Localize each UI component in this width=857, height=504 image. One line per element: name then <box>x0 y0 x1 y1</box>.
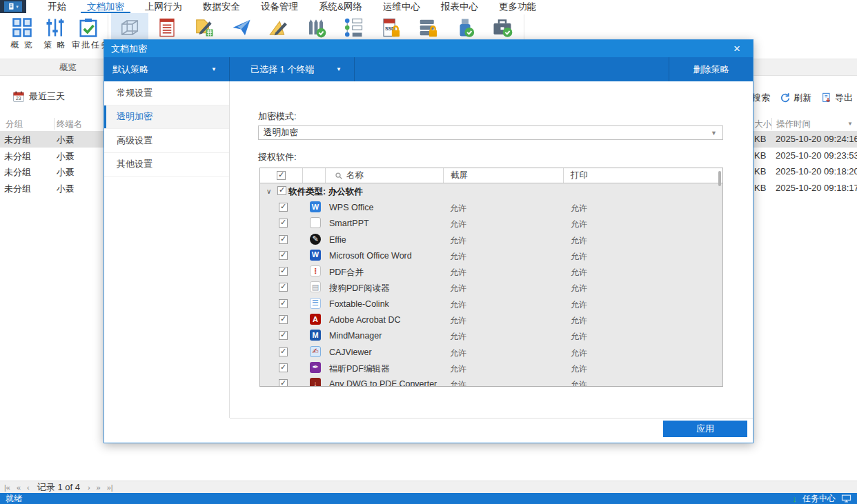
print-permission[interactable]: 允许 <box>571 331 587 343</box>
expand-caret-icon[interactable]: ∨ <box>266 188 271 195</box>
monitor-icon[interactable] <box>841 494 851 503</box>
encryption-mode-select[interactable]: 透明加密 ▼ <box>258 125 723 140</box>
dialog-sidebar-item-透明加密[interactable]: 透明加密 <box>104 105 229 130</box>
page-nav-icon[interactable]: »| <box>107 483 113 492</box>
cell-name: 小聂 <box>57 134 75 146</box>
row-checkbox[interactable] <box>279 283 288 292</box>
app-icon: W <box>310 201 321 212</box>
delete-policy-button[interactable]: 删除策略 <box>669 57 753 81</box>
dialog-sidebar-item-其他设置[interactable]: 其他设置 <box>104 153 229 177</box>
software-row[interactable]: ↓Any DWG to PDF Converter允许允许 <box>260 376 722 386</box>
software-row[interactable]: ✒福昕PDF编辑器允许允许 <box>260 360 722 376</box>
tab-数据安全[interactable]: 数据安全 <box>193 0 250 13</box>
page-nav-icon[interactable]: › <box>88 483 90 492</box>
col-print[interactable]: 打印 <box>564 168 722 183</box>
column-divider[interactable] <box>771 118 772 130</box>
screenshot-permission[interactable]: 允许 <box>450 251 466 263</box>
row-checkbox[interactable] <box>279 331 288 340</box>
row-checkbox[interactable] <box>279 299 288 308</box>
col-size[interactable]: 大小 <box>754 119 771 130</box>
row-checkbox[interactable] <box>279 219 288 228</box>
screenshot-permission[interactable]: 允许 <box>450 267 466 279</box>
print-permission[interactable]: 允许 <box>571 203 587 214</box>
print-permission[interactable]: 允许 <box>571 235 587 247</box>
row-checkbox[interactable] <box>279 347 288 356</box>
print-permission[interactable]: 允许 <box>571 283 587 294</box>
software-row[interactable]: ✍CAJViewer允许允许 <box>260 344 722 360</box>
software-row[interactable]: ⋮PDF合并允许允许 <box>260 263 722 279</box>
tab-设备管理[interactable]: 设备管理 <box>250 0 308 13</box>
refresh-button[interactable]: 刷新 <box>780 92 811 104</box>
row-checkbox[interactable] <box>279 267 288 276</box>
software-group-row[interactable]: ∨软件类型: 办公软件 <box>260 183 722 199</box>
screenshot-permission[interactable]: 允许 <box>450 203 466 214</box>
software-row[interactable]: AAdobe Acrobat DC允许允许 <box>260 312 722 327</box>
task-center-link[interactable]: 任务中心 <box>802 493 836 504</box>
page-nav-icon[interactable]: « <box>17 483 21 492</box>
dialog-sidebar-item-高级设置[interactable]: 高级设置 <box>104 129 229 153</box>
page-nav-icon[interactable]: » <box>97 483 101 492</box>
select-all-checkbox[interactable] <box>277 171 286 180</box>
print-permission[interactable]: 允许 <box>571 219 587 230</box>
print-permission[interactable]: 允许 <box>571 315 587 327</box>
screenshot-permission[interactable]: 允许 <box>450 299 466 311</box>
app-menu-button[interactable]: ▾ <box>0 0 26 13</box>
tab-开始[interactable]: 开始 <box>37 0 77 13</box>
screenshot-permission[interactable]: 允许 <box>450 235 466 247</box>
software-row[interactable]: WWPS Office允许允许 <box>260 199 722 215</box>
col-software-name[interactable]: 名称 <box>346 170 364 181</box>
tab-更多功能[interactable]: 更多功能 <box>489 0 546 13</box>
software-row[interactable]: ✎Effie允许允许 <box>260 232 722 248</box>
row-checkbox[interactable] <box>279 235 288 244</box>
ribbon-item-overview[interactable]: 概 览 <box>6 13 39 59</box>
software-row[interactable]: ▤搜狗PDF阅读器允许允许 <box>260 279 722 295</box>
print-permission[interactable]: 允许 <box>571 379 587 386</box>
print-permission[interactable]: 允许 <box>571 251 587 263</box>
tab-上网行为[interactable]: 上网行为 <box>135 0 193 13</box>
software-name: Foxtable-Colink <box>329 299 389 309</box>
row-checkbox[interactable] <box>279 251 288 260</box>
software-row[interactable]: WMicrosoft Office Word允许允许 <box>260 248 722 263</box>
row-checkbox[interactable] <box>279 363 288 372</box>
screenshot-permission[interactable]: 允许 <box>450 331 466 343</box>
tab-运维中心[interactable]: 运维中心 <box>373 0 431 13</box>
print-permission[interactable]: 允许 <box>571 363 587 375</box>
sort-arrow-icon[interactable]: ▼ <box>847 121 853 127</box>
tab-文档加密[interactable]: 文档加密 <box>77 0 135 13</box>
col-group[interactable]: 分组 <box>6 119 23 130</box>
scrollbar-thumb[interactable] <box>718 171 721 186</box>
row-checkbox[interactable] <box>279 203 288 212</box>
row-checkbox[interactable] <box>279 315 288 324</box>
row-checkbox[interactable] <box>279 379 288 386</box>
print-permission[interactable]: 允许 <box>571 267 587 279</box>
screenshot-permission[interactable]: 允许 <box>450 363 466 375</box>
col-time[interactable]: 操作时间 <box>776 119 811 130</box>
group-checkbox[interactable] <box>277 186 286 195</box>
recent-days-filter-button[interactable]: 23 最近三天 <box>12 90 65 103</box>
screenshot-permission[interactable]: 允许 <box>450 283 466 294</box>
col-screenshot[interactable]: 截屏 <box>444 168 564 183</box>
software-row[interactable]: MMindManager允许允许 <box>260 327 722 343</box>
tab-系统&网络[interactable]: 系统&网络 <box>308 0 373 13</box>
tab-报表中心[interactable]: 报表中心 <box>431 0 489 13</box>
software-row[interactable]: ☰Foxtable-Colink允许允许 <box>260 296 722 312</box>
ribbon-item-policy[interactable]: 策 略 <box>39 13 72 59</box>
policy-dropdown[interactable]: 默认策略 ▼ <box>104 57 230 81</box>
screenshot-permission[interactable]: 允许 <box>450 347 466 359</box>
close-icon[interactable]: × <box>728 40 746 57</box>
screenshot-permission[interactable]: 允许 <box>450 219 466 230</box>
software-row[interactable]: SmartPPT允许允许 <box>260 215 722 231</box>
col-name[interactable]: 终端名 <box>57 119 83 130</box>
terminal-dropdown[interactable]: 已选择 1 个终端 ▼ <box>230 57 355 81</box>
print-permission[interactable]: 允许 <box>571 299 587 311</box>
page-nav-icon[interactable]: ‹ <box>27 483 30 492</box>
dialog-sidebar-item-常规设置[interactable]: 常规设置 <box>104 81 229 105</box>
page-nav-icon[interactable]: |« <box>4 483 10 492</box>
print-permission[interactable]: 允许 <box>571 347 587 359</box>
screenshot-permission[interactable]: 允许 <box>450 315 466 327</box>
export-button[interactable]: 导出 <box>821 92 853 104</box>
apply-button[interactable]: 应用 <box>663 421 747 437</box>
screenshot-permission[interactable]: 允许 <box>450 379 466 386</box>
column-divider[interactable] <box>54 118 55 130</box>
ribbon-item-approval-tasks[interactable]: 审批任务 <box>72 13 105 59</box>
